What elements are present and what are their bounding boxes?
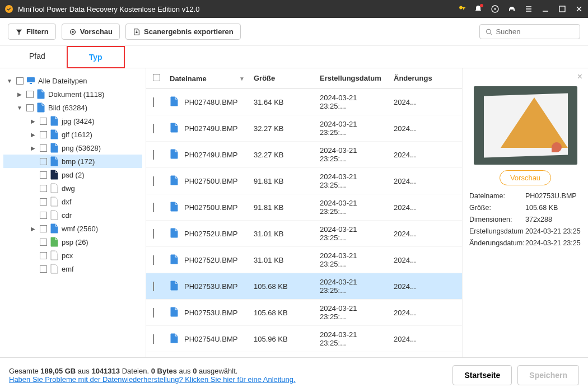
maximize-icon[interactable] (558, 4, 567, 13)
file-row[interactable]: PH02749U.BMP 32.27 KB 2024-03-21 23:25:.… (146, 142, 462, 168)
checkbox[interactable] (40, 131, 47, 138)
checkbox[interactable] (40, 118, 47, 125)
tree-item[interactable]: psp (26) (3, 235, 142, 249)
tree-item[interactable]: dxf (3, 195, 142, 208)
checkbox[interactable] (40, 158, 47, 165)
tree-item[interactable]: ▶ wmf (2560) (3, 222, 142, 235)
close-icon[interactable] (575, 4, 584, 13)
file-created: 2024-03-21 23:25:... (315, 168, 389, 194)
select-all-checkbox[interactable] (153, 74, 160, 81)
tree-item[interactable]: cdr (3, 208, 142, 222)
svg-rect-7 (27, 77, 35, 82)
preview-button[interactable]: Vorschau (62, 24, 120, 40)
minimize-icon[interactable] (541, 4, 550, 13)
tree-item[interactable]: emf (3, 262, 142, 276)
help-link[interactable]: Haben Sie Probleme mit der Datenwiederhe… (9, 375, 296, 384)
file-row[interactable]: PH02753U.BMP 105.68 KB 2024-03-21 23:25:… (146, 273, 462, 300)
row-checkbox[interactable] (153, 334, 154, 344)
disc-icon[interactable] (491, 4, 500, 13)
file-created: 2024-03-21 23:25:... (315, 115, 389, 141)
checkbox[interactable] (40, 252, 47, 259)
file-row[interactable]: PH02754U.BMP 105.96 KB 2024-03-21 23:25:… (146, 326, 462, 352)
checkbox[interactable] (40, 144, 47, 152)
search-box[interactable] (479, 24, 580, 39)
checkbox[interactable] (40, 212, 47, 219)
row-checkbox[interactable] (153, 282, 154, 291)
caret-icon[interactable]: ▶ (29, 226, 37, 232)
preview-close-icon[interactable]: × (577, 72, 582, 82)
row-checkbox[interactable] (153, 176, 154, 186)
tree-item[interactable]: ▶ Dokument (1118) (3, 87, 142, 101)
tree-root[interactable]: ▼ Alle Dateitypen (3, 74, 142, 87)
checkbox[interactable] (26, 104, 34, 111)
preview-open-button[interactable]: Vorschau (500, 170, 551, 185)
caret-icon[interactable]: ▼ (16, 105, 24, 111)
file-icon (170, 152, 179, 161)
checkbox[interactable] (40, 225, 47, 232)
tree-item[interactable]: ▶ gif (1612) (3, 128, 142, 141)
row-checkbox[interactable] (153, 203, 154, 212)
export-button[interactable]: Scanergebnis exportieren (125, 24, 241, 40)
filter-button[interactable]: Filtern (8, 24, 56, 40)
row-checkbox[interactable] (153, 255, 154, 265)
file-modified: 2024... (389, 304, 428, 321)
save-button[interactable]: Speichern (517, 365, 579, 385)
file-row[interactable]: PH02750U.BMP 91.81 KB 2024-03-21 23:25:.… (146, 168, 462, 194)
row-checkbox[interactable] (153, 150, 154, 160)
tree-item[interactable]: psd (2) (3, 168, 142, 181)
file-row[interactable]: PH02752U.BMP 31.01 KB 2024-03-21 23:25:.… (146, 247, 462, 273)
menu-icon[interactable] (524, 4, 533, 13)
img-icon (36, 103, 45, 112)
checkbox[interactable] (40, 185, 47, 192)
tab-type[interactable]: Typ (67, 46, 125, 68)
checkbox[interactable] (26, 91, 34, 98)
row-checkbox[interactable] (153, 97, 154, 107)
blank-icon (50, 264, 59, 273)
bell-icon[interactable] (474, 4, 483, 13)
file-row[interactable]: PH02753U.BMP 105.68 KB 2024-03-21 23:25:… (146, 300, 462, 326)
file-row[interactable]: PH02752U.BMP 31.01 KB 2024-03-21 23:25:.… (146, 221, 462, 247)
file-icon (170, 100, 179, 108)
tree-item[interactable]: ▶ jpg (3424) (3, 114, 142, 128)
tree-item[interactable]: ▶ png (53628) (3, 141, 142, 155)
file-size: 31.64 KB (249, 94, 315, 111)
row-checkbox[interactable] (153, 308, 154, 318)
col-created[interactable]: Erstellungsdatum (315, 68, 389, 88)
row-checkbox[interactable] (153, 229, 154, 239)
caret-down-icon[interactable]: ▼ (6, 78, 13, 84)
file-created: 2024-03-21 23:25:... (315, 352, 389, 357)
footer: Gesamte 189,05 GB aus 1041313 Dateien. 0… (0, 357, 588, 392)
file-modified: 2024... (389, 94, 428, 111)
tree-item[interactable]: dwg (3, 181, 142, 195)
tree-item[interactable]: ▼ Bild (63284) (3, 101, 142, 114)
caret-icon[interactable]: ▶ (29, 132, 37, 138)
col-modified[interactable]: Änderungs (389, 68, 428, 88)
headset-icon[interactable] (507, 4, 516, 13)
file-name: PH02753U.BMP (180, 304, 249, 321)
file-row[interactable]: PH02749U.BMP 32.27 KB 2024-03-21 23:25:.… (146, 115, 462, 142)
psp-icon (50, 237, 59, 246)
key-icon[interactable] (457, 4, 466, 13)
col-size[interactable]: Größe (249, 68, 315, 88)
tab-path[interactable]: Pfad (8, 46, 67, 68)
checkbox[interactable] (40, 239, 47, 246)
caret-icon[interactable]: ▶ (16, 91, 24, 97)
file-row[interactable]: PH02748U.BMP 31.64 KB 2024-03-21 23:25:.… (146, 89, 462, 115)
file-name: PH02750U.BMP (180, 199, 249, 216)
checkbox[interactable] (16, 77, 24, 85)
row-checkbox[interactable] (153, 124, 154, 133)
checkbox[interactable] (40, 198, 47, 206)
tree-item[interactable]: pcx (3, 249, 142, 262)
caret-icon[interactable]: ▶ (29, 118, 37, 124)
titlebar: MiniTool Power Data Recovery Kostenlose … (0, 0, 588, 18)
checkbox[interactable] (40, 265, 47, 273)
search-input[interactable] (496, 27, 574, 36)
caret-icon[interactable]: ▶ (29, 145, 37, 151)
file-name: PH02752U.BMP (180, 225, 249, 242)
tree-item[interactable]: bmp (172) (3, 155, 142, 168)
col-name[interactable]: Dateiname ▼ (165, 68, 249, 88)
file-row[interactable]: PH02754U.BMP 105.96 KB 2024-03-21 23:25:… (146, 352, 462, 357)
file-row[interactable]: PH02750U.BMP 91.81 KB 2024-03-21 23:25:.… (146, 194, 462, 221)
checkbox[interactable] (40, 171, 47, 179)
home-button[interactable]: Startseite (452, 365, 512, 385)
